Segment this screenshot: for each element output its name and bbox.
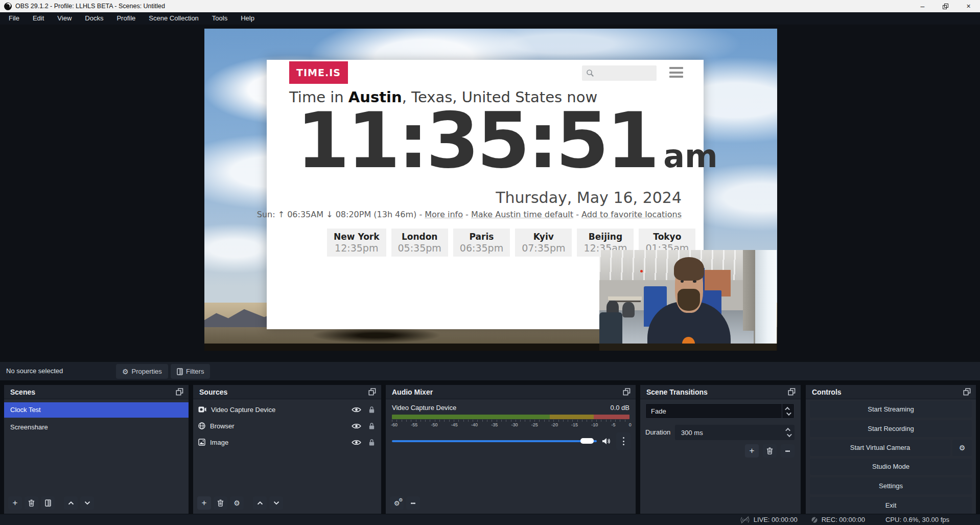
studio-mode-button[interactable]: Studio Mode: [810, 459, 972, 475]
source-row-controls: [352, 406, 375, 414]
advanced-audio-button[interactable]: ⚙⚙: [390, 496, 404, 510]
tick-label: -25: [531, 422, 538, 427]
volume-slider[interactable]: [392, 440, 597, 442]
duration-spinbox[interactable]: 300 ms: [675, 425, 795, 440]
eye-visible-icon[interactable]: [352, 423, 361, 429]
lock-icon[interactable]: [368, 422, 375, 430]
source-toolbar: No source selected ⚙ Properties Filters: [0, 362, 980, 382]
add-transition-button[interactable]: +: [745, 444, 759, 458]
tick-label: -50: [431, 422, 437, 427]
menu-tools[interactable]: Tools: [205, 12, 234, 25]
remove-source-button[interactable]: [214, 496, 227, 510]
webcam-video-source: [599, 250, 777, 351]
add-scene-button[interactable]: +: [8, 496, 22, 510]
source-item-video-capture[interactable]: Video Capture Device: [193, 401, 381, 418]
settings-button[interactable]: Settings: [810, 477, 972, 494]
popout-icon[interactable]: [963, 388, 971, 396]
preview-area[interactable]: TIME.IS Time in Austin, Texas, United St…: [0, 25, 980, 362]
filter-icon: [177, 368, 183, 375]
restore-button[interactable]: [934, 0, 957, 12]
current-date: Thursday, May 16, 2024: [496, 189, 682, 207]
transition-selected-value: Fade: [646, 407, 666, 415]
source-item-browser[interactable]: Browser: [193, 418, 381, 434]
volume-slider-handle[interactable]: [580, 438, 594, 444]
speaker-icon[interactable]: [602, 438, 611, 445]
gear-icon: ⚙: [959, 444, 966, 452]
select-spinner[interactable]: [782, 404, 794, 418]
popout-icon[interactable]: [623, 388, 631, 396]
filters-button[interactable]: Filters: [171, 364, 210, 379]
move-source-down-button[interactable]: [269, 496, 283, 510]
separator: -: [463, 210, 471, 219]
mixer-channel-menu-button[interactable]: [616, 432, 631, 450]
move-scene-up-button[interactable]: [64, 496, 78, 510]
eye-visible-icon[interactable]: [352, 439, 361, 446]
chevron-up-icon: [68, 501, 74, 505]
menu-scene-collection[interactable]: Scene Collection: [142, 12, 205, 25]
clock-time: 11:35:51: [296, 99, 657, 183]
exit-button[interactable]: Exit: [810, 497, 972, 514]
source-item-image[interactable]: Image: [193, 434, 381, 450]
menu-help[interactable]: Help: [234, 12, 261, 25]
sources-title: Sources: [199, 388, 227, 396]
lock-icon[interactable]: [368, 439, 375, 446]
start-streaming-button[interactable]: Start Streaming: [810, 401, 972, 418]
menu-bar: File Edit View Docks Profile Scene Colle…: [0, 12, 980, 25]
minimize-button[interactable]: –: [911, 0, 934, 12]
city-name: Kyiv: [522, 231, 565, 242]
rec-status: REC: 00:00:00: [811, 516, 865, 523]
filter-icon: [45, 499, 51, 507]
transition-select[interactable]: Fade: [645, 403, 795, 419]
close-button[interactable]: ×: [957, 0, 980, 12]
source-properties-button[interactable]: ⚙: [230, 496, 244, 510]
transition-menu-button[interactable]: [781, 444, 795, 458]
eye-visible-icon[interactable]: [352, 406, 361, 413]
trash-icon: [217, 499, 224, 507]
sun-info-line: Sun: ↑ 06:35AM ↓ 08:20PM (13h 46m) - Mor…: [257, 210, 682, 219]
menu-file[interactable]: File: [2, 12, 26, 25]
mixer-menu-button[interactable]: [406, 496, 420, 510]
chevron-up-icon: [257, 501, 263, 505]
properties-button[interactable]: ⚙ Properties: [116, 364, 168, 379]
city-london: London05:35pm: [391, 229, 448, 257]
city-paris: Paris06:35pm: [453, 229, 510, 257]
tick-label: -40: [471, 422, 478, 427]
popout-icon[interactable]: [368, 388, 376, 396]
menu-edit[interactable]: Edit: [26, 12, 51, 25]
scene-item-screenshare[interactable]: Screenshare: [4, 420, 189, 435]
person: [647, 260, 731, 351]
move-source-up-button[interactable]: [253, 496, 267, 510]
lock-icon[interactable]: [368, 406, 375, 414]
menu-view[interactable]: View: [51, 12, 78, 25]
program-video-canvas[interactable]: TIME.IS Time in Austin, Texas, United St…: [204, 29, 777, 351]
obs-window: OBS 29.1.2 - Profile: LLHLS BETA - Scene…: [0, 0, 980, 525]
source-status-text: No source selected: [6, 362, 63, 380]
make-default-link: Make Austin time default: [471, 210, 573, 219]
move-scene-down-button[interactable]: [80, 496, 94, 510]
scene-transitions-title: Scene Transitions: [646, 388, 708, 396]
start-recording-button[interactable]: Start Recording: [810, 420, 972, 437]
scene-filters-button[interactable]: [41, 496, 55, 510]
menu-docks[interactable]: Docks: [78, 12, 110, 25]
start-virtual-camera-button[interactable]: Start Virtual Camera: [810, 440, 950, 456]
popout-icon[interactable]: [176, 388, 183, 396]
source-label: Browser: [210, 422, 235, 430]
scenes-header: Scenes: [4, 385, 189, 399]
scene-item-clock-test[interactable]: Clock Test: [4, 402, 189, 418]
double-gear-icon: ⚙⚙: [394, 500, 400, 507]
audio-mixer-header: Audio Mixer: [386, 385, 636, 399]
virtual-camera-settings-button[interactable]: ⚙: [952, 440, 972, 456]
menu-profile[interactable]: Profile: [110, 12, 142, 25]
spinbox-arrows[interactable]: [787, 428, 790, 437]
timeis-search-box: [582, 65, 657, 81]
add-source-button[interactable]: +: [197, 496, 211, 510]
obs-logo-icon: [4, 3, 12, 10]
audio-mixer-body: Video Capture Device 0.0 dB -60 -55 -50 …: [386, 399, 636, 495]
remove-transition-button[interactable]: [763, 444, 777, 458]
sources-header: Sources: [193, 385, 381, 399]
popout-icon[interactable]: [788, 388, 796, 396]
city-time: 05:35pm: [398, 242, 441, 254]
remove-scene-button[interactable]: [25, 496, 38, 510]
globe-icon: [198, 422, 205, 429]
city-time: 07:35pm: [522, 242, 565, 254]
